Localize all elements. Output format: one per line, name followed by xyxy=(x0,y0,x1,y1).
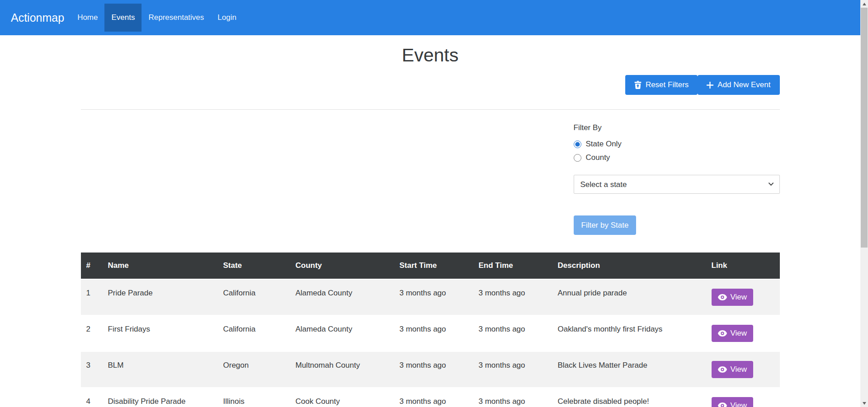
county-radio[interactable] xyxy=(574,154,581,162)
view-button[interactable]: View xyxy=(712,325,754,342)
cell-name: Pride Parade xyxy=(103,279,218,315)
reset-filters-button[interactable]: Reset Filters xyxy=(625,75,698,95)
cell-end-time: 3 months ago xyxy=(473,279,552,315)
cell-description: Celebrate disabled people! xyxy=(552,388,706,407)
cell-link: View xyxy=(706,388,780,407)
header-start-time: Start Time xyxy=(394,253,473,279)
brand-link[interactable]: Actionmap xyxy=(11,11,64,24)
filter-row: Filter By State Only County Select a sta… xyxy=(81,110,780,235)
cell-state: Oregon xyxy=(218,351,290,388)
toolbar: Reset Filters Add New Event xyxy=(81,75,780,95)
filter-by-state-button[interactable]: Filter by State xyxy=(574,215,637,235)
cell-county: Alameda County xyxy=(290,279,394,315)
header-description: Description xyxy=(552,253,706,279)
table-header: # Name State County Start Time End Time … xyxy=(81,253,780,279)
view-button[interactable]: View xyxy=(712,361,754,378)
trash-restore-icon xyxy=(634,81,642,89)
cell-link: View xyxy=(706,351,780,388)
table-row: 3 BLM Oregon Multnomah County 3 months a… xyxy=(81,351,780,388)
table-body: 1 Pride Parade California Alameda County… xyxy=(81,279,780,407)
view-button[interactable]: View xyxy=(712,289,754,306)
county-label: County xyxy=(586,153,610,162)
table-row: 4 Disability Pride Parade Illinois Cook … xyxy=(81,388,780,407)
reset-filters-label: Reset Filters xyxy=(646,80,689,89)
state-select-wrap: Select a state xyxy=(574,175,780,194)
cell-link: View xyxy=(706,315,780,351)
header-index: # xyxy=(81,253,103,279)
cell-index: 1 xyxy=(81,279,103,315)
table-row: 1 Pride Parade California Alameda County… xyxy=(81,279,780,315)
view-button-label: View xyxy=(731,293,747,302)
header-end-time: End Time xyxy=(473,253,552,279)
page-title: Events xyxy=(81,46,780,65)
nav-item-login[interactable]: Login xyxy=(211,4,243,32)
scroll-up-arrow-icon[interactable] xyxy=(860,0,868,8)
state-select[interactable]: Select a state xyxy=(574,175,780,194)
main-container: Events Reset Filters xyxy=(81,46,780,407)
view-button[interactable]: View xyxy=(712,397,754,407)
cell-county: Alameda County xyxy=(290,315,394,351)
scrollbar[interactable] xyxy=(860,0,868,407)
view-button-label: View xyxy=(731,401,747,407)
cell-index: 2 xyxy=(81,315,103,351)
filter-by-state-label: Filter by State xyxy=(581,221,629,230)
navbar: Actionmap Home Events Representatives Lo… xyxy=(0,0,860,35)
cell-start-time: 3 months ago xyxy=(394,351,473,388)
cell-end-time: 3 months ago xyxy=(473,388,552,407)
filter-by-label: Filter By xyxy=(574,122,780,133)
cell-county: Cook County xyxy=(290,388,394,407)
cell-start-time: 3 months ago xyxy=(394,315,473,351)
add-new-event-button[interactable]: Add New Event xyxy=(698,75,779,95)
view-button-label: View xyxy=(731,329,747,338)
table-row: 2 First Fridays California Alameda Count… xyxy=(81,315,780,351)
nav-item-representatives[interactable]: Representatives xyxy=(142,4,211,32)
eye-icon xyxy=(718,330,727,337)
view-button-label: View xyxy=(731,365,747,374)
cell-description: Oakland's monthly first Fridays xyxy=(552,315,706,351)
cell-end-time: 3 months ago xyxy=(473,315,552,351)
cell-state: Illinois xyxy=(218,388,290,407)
cell-index: 3 xyxy=(81,351,103,388)
eye-icon xyxy=(718,294,727,300)
cell-start-time: 3 months ago xyxy=(394,388,473,407)
nav-item-home[interactable]: Home xyxy=(71,4,104,32)
filter-panel: Filter By State Only County Select a sta… xyxy=(574,122,780,235)
plus-icon xyxy=(707,82,713,89)
nav-item-events[interactable]: Events xyxy=(104,4,142,32)
cell-end-time: 3 months ago xyxy=(473,351,552,388)
cell-index: 4 xyxy=(81,388,103,407)
cell-name: Disability Pride Parade xyxy=(103,388,218,407)
cell-link: View xyxy=(706,279,780,315)
eye-icon xyxy=(718,366,727,373)
cell-state: California xyxy=(218,315,290,351)
scroll-down-arrow-icon[interactable] xyxy=(860,399,868,407)
header-county: County xyxy=(290,253,394,279)
add-new-event-label: Add New Event xyxy=(717,80,770,89)
cell-description: Black Lives Matter Parade xyxy=(552,351,706,388)
events-table: # Name State County Start Time End Time … xyxy=(81,253,780,407)
cell-description: Annual pride parade xyxy=(552,279,706,315)
cell-name: First Fridays xyxy=(103,315,218,351)
cell-name: BLM xyxy=(103,351,218,388)
filter-option-county[interactable]: County xyxy=(574,152,780,163)
filter-option-state-only[interactable]: State Only xyxy=(574,139,780,150)
page-content: Actionmap Home Events Representatives Lo… xyxy=(0,0,860,407)
header-link: Link xyxy=(706,253,780,279)
header-state: State xyxy=(218,253,290,279)
eye-icon xyxy=(718,402,727,407)
cell-state: California xyxy=(218,279,290,315)
cell-county: Multnomah County xyxy=(290,351,394,388)
cell-start-time: 3 months ago xyxy=(394,279,473,315)
state-only-label: State Only xyxy=(586,140,622,149)
state-only-radio[interactable] xyxy=(574,140,581,148)
header-name: Name xyxy=(103,253,218,279)
nav-menu: Home Events Representatives Login xyxy=(71,4,243,32)
scrollbar-thumb[interactable] xyxy=(861,8,868,248)
